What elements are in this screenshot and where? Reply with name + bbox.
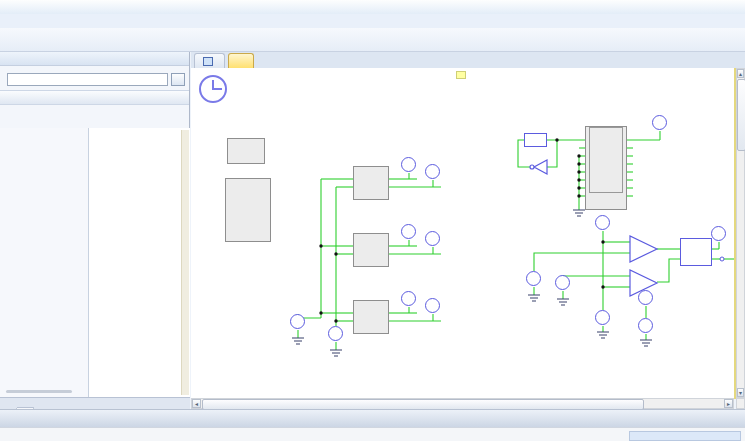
- library-panel-header: [0, 52, 189, 66]
- tree-scrollbar[interactable]: [6, 390, 72, 393]
- library-folder-list: [89, 128, 190, 397]
- main-toolbar: [0, 28, 745, 52]
- status-bar: [0, 427, 745, 441]
- square-source[interactable]: [638, 318, 653, 333]
- voltmeter-carrier[interactable]: [595, 215, 610, 230]
- document-tabs: [191, 52, 745, 69]
- board-config-block[interactable]: [225, 178, 271, 242]
- tab-welcome[interactable]: [194, 53, 225, 68]
- voltmeter-v6[interactable]: [425, 298, 440, 313]
- canvas-vscrollbar[interactable]: ▴ ▾: [736, 68, 745, 398]
- voltmeter-pwm1[interactable]: [711, 226, 726, 241]
- source-cb1[interactable]: [555, 275, 570, 290]
- voltmeter-v5[interactable]: [401, 291, 416, 306]
- menu-bar: [0, 14, 745, 29]
- voltmeter-v3[interactable]: [401, 224, 416, 239]
- pwm-block-2[interactable]: [353, 233, 389, 267]
- source-ca[interactable]: [290, 314, 305, 329]
- voltmeter-pwmb6[interactable]: [638, 290, 653, 305]
- canvas-hscrollbar[interactable]: ◂ ▸: [191, 398, 734, 409]
- search-input[interactable]: [7, 73, 168, 86]
- pwm-block-3[interactable]: [353, 300, 389, 334]
- element-toolbar: [0, 409, 745, 427]
- note-annotation[interactable]: [456, 71, 466, 79]
- sine-source[interactable]: [595, 310, 610, 325]
- scroll-corner: [736, 398, 745, 409]
- resistor-10k[interactable]: [524, 133, 547, 147]
- folder-scrollbar[interactable]: [181, 130, 189, 395]
- dout-block[interactable]: [585, 126, 627, 210]
- library-browser-panel: [0, 52, 190, 397]
- voltmeter-interrupt[interactable]: [652, 115, 667, 130]
- library-tree: [0, 128, 89, 397]
- sr-flipflop[interactable]: [680, 238, 712, 266]
- title-bar: [0, 0, 745, 15]
- voltmeter-v1[interactable]: [401, 157, 416, 172]
- dout-pins-right: [621, 128, 622, 192]
- voltmeter-v4[interactable]: [425, 231, 440, 246]
- search-button[interactable]: [171, 73, 185, 86]
- schematic-canvas[interactable]: [191, 68, 736, 399]
- tab-ssdax[interactable]: [228, 53, 254, 68]
- source-ca1[interactable]: [526, 271, 541, 286]
- voltmeter-v2[interactable]: [425, 164, 440, 179]
- section-header: [0, 90, 189, 105]
- status-progress-box: [629, 431, 741, 441]
- pwm-block-1[interactable]: [353, 166, 389, 200]
- dout-pins-left: [590, 128, 591, 192]
- window-icon: [203, 57, 213, 66]
- source-cb[interactable]: [328, 326, 343, 341]
- dsp-clock-block[interactable]: [227, 138, 265, 164]
